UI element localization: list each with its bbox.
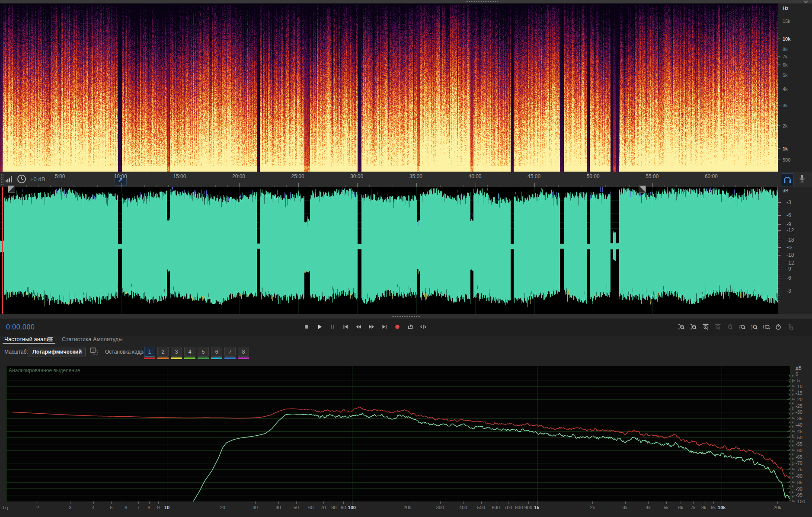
microphone-icon[interactable] [798,174,806,185]
db-minor-tick [778,281,780,282]
db-axis-tick [792,492,793,493]
freq-axis-label: 8k [700,505,708,510]
zoom-toolbar: {}{} [676,322,796,332]
freq-axis-label: 5 [107,505,115,510]
top-panel-divider[interactable] [0,0,812,3]
time-label: 60:00 [705,174,718,179]
playhead[interactable] [2,187,3,314]
tab-active-underline [3,343,55,344]
db-axis-tick [792,401,793,401]
frame-hold-6[interactable]: 6 [211,347,222,359]
db-axis-label: -10 [796,384,802,389]
copy-graph-icon[interactable] [90,347,99,356]
frequency-graph-canvas[interactable] [6,366,790,501]
time-label: 45:00 [527,174,540,179]
frame-hold-2[interactable]: 2 [157,347,169,359]
zoom-out-point-button[interactable]: } [748,322,760,332]
db-tick-label: -18 [786,253,794,258]
time-display[interactable]: 0:00.000 [6,323,35,331]
fast-forward-button[interactable] [365,322,377,332]
frame-hold-button-8[interactable]: 8 [238,347,249,357]
zoom-in-horizontal-button[interactable] [700,322,711,332]
frame-hold-color [238,357,249,359]
zoom-in-vertical-button[interactable] [676,322,687,332]
db-axis-tick [792,473,793,474]
frame-hold-button-3[interactable]: 3 [171,347,182,357]
skip-selection-button[interactable] [417,322,429,332]
timer-button[interactable] [773,322,784,332]
db-axis-tick [792,399,795,400]
frame-hold-3[interactable]: 3 [171,347,182,359]
selection-handle-left[interactable] [8,185,15,193]
selection-handle-right[interactable] [639,185,646,193]
zoom-reset-button[interactable] [724,322,735,332]
graph-overlay-label: Анализированное выделение [9,367,80,373]
panel-menu-icon[interactable] [48,337,54,342]
db-axis-tick [792,409,793,410]
db-axis-tick [792,428,793,428]
db-axis-tick [792,385,793,386]
waveform-canvas[interactable] [0,187,778,314]
db-axis-tick [792,390,793,391]
skip-to-end-button[interactable] [378,322,390,332]
db-minor-tick [778,274,780,275]
frame-hold-1[interactable]: 1 [144,347,155,359]
skip-to-start-button[interactable] [339,322,351,332]
zoom-out-horizontal-button[interactable] [712,322,723,332]
freq-axis-label: 9 [154,505,163,510]
frame-hold-button-4[interactable]: 4 [184,347,195,357]
spectrogram-frequency-ruler[interactable]: Hz 15k10k8k7k6k5k4k3k2k1k500 [778,3,812,172]
spectrogram-canvas[interactable] [0,3,778,172]
frame-hold-button-5[interactable]: 5 [198,347,209,357]
db-axis-tick [792,489,795,489]
db-axis-tick [792,392,793,392]
freq-tick [778,56,780,57]
monitor-headphones-button[interactable] [781,173,794,186]
pause-button[interactable] [326,322,338,332]
panel-drag-handle[interactable] [465,1,498,3]
chevron-down-icon[interactable] [803,0,809,3]
frame-hold-8[interactable]: 8 [238,347,249,359]
frame-hold-5[interactable]: 5 [198,347,209,359]
frequency-unit-label: Hz [783,6,788,11]
frequency-axis: Гц 2345678910203040506070809010020030040… [6,501,790,516]
db-minor-tick [778,268,780,268]
db-minor-tick [778,221,780,221]
skip-to-end-icon [381,323,388,330]
frame-hold-7[interactable]: 7 [224,347,236,359]
record-button[interactable] [391,322,403,332]
time-ruler[interactable]: 5:0010:0015:0020:0025:0030:0035:0040:004… [0,172,778,187]
tab-amplitude-statistics[interactable]: Статистика Амплитуды [62,336,122,342]
db-minor-tick [778,302,780,303]
frame-hold-button-2[interactable]: 2 [157,347,169,357]
waveform-db-ruler[interactable]: dB L R -3-6-9-12-18-∞-18-12-9-6-3 [778,187,812,314]
zoom-selection-button[interactable]: {} [761,322,772,332]
db-minor-tick [778,238,780,239]
db-axis-tick [792,408,793,408]
tab-frequency-analysis[interactable]: Частотный анализ [4,336,52,342]
frame-hold-4[interactable]: 4 [184,347,195,359]
db-minor-tick [778,257,780,258]
db-axis-tick [792,384,793,384]
time-tick [652,183,653,187]
frame-hold-button-6[interactable]: 6 [211,347,222,357]
db-minor-tick [778,212,780,213]
freq-axis-label: 3k [621,505,630,510]
scale-dropdown[interactable]: Логарифмический [28,347,86,357]
frequency-graph[interactable]: Анализированное выделение [6,366,790,501]
db-axis-tick [792,444,795,444]
stop-button[interactable] [301,322,312,332]
time-label: 10:00 [114,174,127,179]
rewind-button[interactable] [352,322,364,332]
zoom-out-horizontal-icon [714,323,721,330]
zoom-full-button[interactable] [785,322,796,332]
play-button[interactable] [313,322,325,332]
frame-hold-button-1[interactable]: 1 [144,347,155,357]
db-minor-tick [778,197,780,197]
frame-hold-button-7[interactable]: 7 [224,347,236,357]
loop-playback-button[interactable] [404,322,416,332]
zoom-out-vertical-button[interactable] [688,322,699,332]
zoom-in-point-button[interactable]: { [736,322,748,332]
db-axis-tick [792,491,793,491]
panel-drag-handle-2[interactable] [391,316,421,317]
